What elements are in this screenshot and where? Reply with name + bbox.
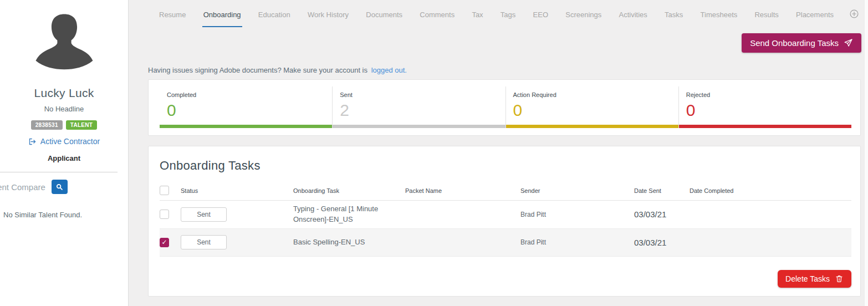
add-tab-icon[interactable] bbox=[849, 9, 859, 19]
exit-arrow-icon bbox=[28, 137, 37, 146]
tab-screenings[interactable]: Screenings bbox=[564, 1, 603, 27]
send-onboarding-tasks-label: Send Onboarding Tasks bbox=[750, 38, 839, 48]
search-icon bbox=[55, 183, 63, 191]
profile-sidebar: Lucky Luck No Headline 2838531 TALENT Ac… bbox=[0, 0, 129, 306]
stat-sent: Sent2 bbox=[332, 86, 505, 128]
talent-headline: No Headline bbox=[44, 105, 84, 113]
sidebar-divider bbox=[0, 172, 118, 172]
tab-list: ResumeOnboardingEducationWork HistoryDoc… bbox=[158, 1, 835, 27]
column-header-packet-name: Packet Name bbox=[405, 187, 520, 194]
checkbox-cell: ✓ bbox=[160, 238, 181, 247]
tab-onboarding[interactable]: Onboarding bbox=[202, 1, 242, 27]
scrollbar[interactable] bbox=[864, 0, 868, 306]
main-content: ResumeOnboardingEducationWork HistoryDoc… bbox=[129, 0, 868, 306]
tab-activities[interactable]: Activities bbox=[618, 1, 649, 27]
date-sent: 03/03/21 bbox=[634, 238, 690, 247]
tab-placements[interactable]: Placements bbox=[795, 1, 835, 27]
talent-type-badge: TALENT bbox=[66, 120, 98, 130]
talent-compare-search-button[interactable] bbox=[52, 180, 68, 194]
badge-row: 2838531 TALENT bbox=[31, 120, 98, 130]
tab-timesheets[interactable]: Timesheets bbox=[699, 1, 739, 27]
talent-role: Applicant bbox=[48, 154, 80, 162]
select-all-cell bbox=[160, 186, 181, 195]
tab-results[interactable]: Results bbox=[753, 1, 779, 27]
delete-tasks-label: Delete Tasks bbox=[785, 274, 830, 283]
app-root: Lucky Luck No Headline 2838531 TALENT Ac… bbox=[0, 0, 868, 306]
sender-name: Brad Pitt bbox=[520, 211, 634, 218]
status-cell: Sent bbox=[181, 207, 293, 222]
onboarding-tasks-table: StatusOnboarding TaskPacket NameSenderDa… bbox=[160, 181, 851, 257]
stat-bar bbox=[679, 125, 851, 128]
select-all-checkbox[interactable] bbox=[160, 186, 169, 195]
stat-value: 0 bbox=[513, 102, 678, 119]
tab-bar: ResumeOnboardingEducationWork HistoryDoc… bbox=[129, 0, 868, 28]
stat-value: 0 bbox=[686, 102, 851, 119]
stat-rejected: Rejected0 bbox=[678, 86, 851, 128]
column-header-onboarding-task: Onboarding Task bbox=[293, 187, 405, 194]
tab-eeo[interactable]: EEO bbox=[532, 1, 549, 27]
tab-education[interactable]: Education bbox=[257, 1, 292, 27]
stat-label: Completed bbox=[167, 91, 332, 98]
task-name: Basic Spelling-EN_US bbox=[293, 234, 405, 251]
logged-out-link[interactable]: logged out. bbox=[371, 66, 407, 74]
onboarding-tasks-card: Onboarding Tasks StatusOnboarding TaskPa… bbox=[148, 146, 861, 297]
stat-bar bbox=[333, 125, 505, 128]
row-checkbox[interactable] bbox=[160, 210, 169, 219]
avatar bbox=[29, 7, 99, 80]
adobe-notice: Having issues signing Adobe documents? M… bbox=[148, 66, 407, 74]
delete-tasks-button[interactable]: Delete Tasks bbox=[778, 270, 851, 288]
status-cell: Sent bbox=[181, 235, 293, 249]
status-button[interactable]: Sent bbox=[181, 207, 227, 222]
tab-tags[interactable]: Tags bbox=[499, 1, 517, 27]
tab-tasks[interactable]: Tasks bbox=[663, 1, 684, 27]
table-row: ✓SentBasic Spelling-EN_USBrad Pitt03/03/… bbox=[160, 229, 851, 257]
date-sent: 03/03/21 bbox=[634, 210, 690, 219]
stats-row: Completed0Sent2Action Required0Rejected0 bbox=[160, 86, 851, 128]
stat-action-required: Action Required0 bbox=[506, 86, 678, 128]
checkbox-cell bbox=[160, 210, 181, 219]
column-header-sender: Sender bbox=[520, 187, 634, 194]
stat-value: 2 bbox=[340, 102, 505, 119]
stat-label: Sent bbox=[340, 91, 505, 98]
column-header-status: Status bbox=[181, 187, 293, 194]
tab-tax[interactable]: Tax bbox=[471, 1, 484, 27]
table-body: SentTyping - General [1 Minute Onscreen]… bbox=[160, 201, 851, 257]
stat-label: Action Required bbox=[513, 91, 678, 98]
send-onboarding-tasks-button[interactable]: Send Onboarding Tasks bbox=[742, 33, 861, 53]
stat-bar bbox=[160, 125, 332, 128]
column-header-date-completed: Date Completed bbox=[690, 187, 851, 194]
tab-resume[interactable]: Resume bbox=[158, 1, 187, 27]
section-title: Onboarding Tasks bbox=[160, 159, 860, 173]
talent-id-badge: 2838531 bbox=[31, 120, 63, 130]
stat-bar bbox=[506, 125, 678, 128]
stat-label: Rejected bbox=[686, 91, 851, 98]
active-contractor-label: Active Contractor bbox=[40, 137, 100, 146]
column-header-date-sent: Date Sent bbox=[634, 187, 690, 194]
table-row: SentTyping - General [1 Minute Onscreen]… bbox=[160, 201, 851, 229]
adobe-notice-text: Having issues signing Adobe documents? M… bbox=[148, 66, 367, 74]
talent-compare-label: Talent Compare bbox=[0, 182, 45, 192]
sender-name: Brad Pitt bbox=[520, 238, 634, 246]
status-button[interactable]: Sent bbox=[181, 235, 227, 249]
table-header: StatusOnboarding TaskPacket NameSenderDa… bbox=[160, 181, 851, 201]
send-icon bbox=[844, 38, 853, 48]
tab-comments[interactable]: Comments bbox=[418, 1, 456, 27]
no-similar-talent-text: No Similar Talent Found. bbox=[3, 211, 82, 219]
onboarding-stats-card: Completed0Sent2Action Required0Rejected0 bbox=[148, 79, 861, 136]
stat-value: 0 bbox=[167, 102, 332, 119]
talent-name: Lucky Luck bbox=[34, 86, 94, 100]
tab-work-history[interactable]: Work History bbox=[307, 1, 350, 27]
stat-completed: Completed0 bbox=[160, 86, 332, 128]
active-contractor-link[interactable]: Active Contractor bbox=[28, 137, 100, 146]
task-name: Typing - General [1 Minute Onscreen]-EN_… bbox=[293, 201, 405, 228]
row-checkbox[interactable]: ✓ bbox=[160, 238, 169, 247]
tab-documents[interactable]: Documents bbox=[365, 1, 404, 27]
talent-compare-row: Talent Compare bbox=[0, 180, 68, 194]
trash-icon bbox=[835, 274, 844, 283]
